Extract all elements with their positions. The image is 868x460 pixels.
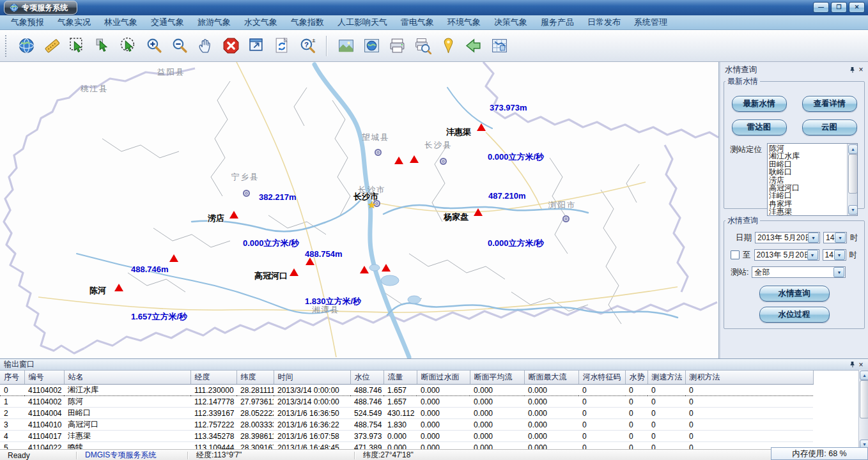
- refresh-icon[interactable]: [273, 37, 291, 55]
- menu-item-0[interactable]: 气象预报: [11, 17, 44, 28]
- water-level-process-button[interactable]: 水位过程: [759, 307, 830, 323]
- table-scrollbar[interactable]: ▲ ▼: [858, 370, 868, 450]
- table-row[interactable]: 441104017沣惠渠113.34527828.3986112013/1/6 …: [0, 431, 813, 442]
- city-marker-icon: [375, 149, 382, 156]
- menu-item-4[interactable]: 旅游气象: [198, 17, 231, 28]
- menu-item-9[interactable]: 环境气象: [447, 17, 481, 28]
- chevron-down-icon[interactable]: ▼: [835, 233, 846, 243]
- station-marker-triangle[interactable]: [477, 123, 486, 131]
- table-cell: 3: [0, 419, 24, 431]
- pin-icon[interactable]: [848, 65, 856, 74]
- scroll-up-icon[interactable]: ▲: [848, 144, 858, 154]
- station-marker-triangle[interactable]: [306, 257, 314, 265]
- overview-map-icon[interactable]: [490, 37, 508, 55]
- menu-item-13[interactable]: 系统管理: [634, 17, 667, 28]
- station-marker-triangle[interactable]: [229, 211, 238, 218]
- list-item[interactable]: 沣惠渠: [769, 208, 846, 215]
- zoom-out-icon[interactable]: [171, 37, 189, 55]
- column-header: 时间: [274, 371, 350, 385]
- table-cell: 1.657: [384, 385, 417, 396]
- view-details-button[interactable]: 查看详情: [802, 96, 857, 112]
- select-box-icon[interactable]: [68, 37, 86, 55]
- menu-item-8[interactable]: 雷电气象: [401, 17, 434, 28]
- print-preview-icon[interactable]: [414, 37, 431, 55]
- print-icon[interactable]: [388, 37, 406, 55]
- scroll-down-icon[interactable]: ▼: [848, 205, 858, 215]
- svg-text:±: ±: [312, 37, 315, 43]
- pan-hand-icon[interactable]: [196, 37, 214, 55]
- hour-select[interactable]: 14▼: [823, 232, 847, 243]
- table-row[interactable]: 041104002湘江水库111.23000028.2811112013/3/1…: [0, 385, 813, 396]
- restore-button[interactable]: ❐: [831, 2, 847, 13]
- cloud-image-button[interactable]: 云图: [802, 119, 857, 135]
- zoom-in-icon[interactable]: [145, 37, 163, 55]
- menu-item-7[interactable]: 人工影响天气: [337, 17, 387, 28]
- chevron-down-icon[interactable]: ▼: [834, 250, 845, 260]
- station-listbox[interactable]: 陈河湘江水库田峪口耿峪口涝店高冠河口沣峪口冉家坪沣惠渠 ▲ ▼: [767, 143, 858, 216]
- scroll-thumb[interactable]: [848, 154, 858, 194]
- listbox-scrollbar[interactable]: ▲ ▼: [847, 144, 857, 215]
- image-icon[interactable]: [337, 37, 355, 55]
- pin-icon[interactable]: [848, 360, 856, 369]
- panel-close-icon[interactable]: ×: [856, 65, 865, 74]
- table-cell: 2013/1/6 16:36:22: [274, 419, 350, 431]
- station-marker-triangle[interactable]: [169, 254, 178, 262]
- column-header: 编号: [24, 371, 64, 385]
- station-marker-triangle[interactable]: [114, 284, 123, 291]
- table-row[interactable]: 341104010高冠河口112.75722228.0033332013/1/6…: [0, 419, 813, 431]
- menu-item-12[interactable]: 日常发布: [587, 17, 621, 28]
- menu-item-3[interactable]: 交通气象: [151, 17, 184, 28]
- chevron-down-icon[interactable]: ▼: [807, 250, 818, 260]
- station-marker-triangle[interactable]: [290, 268, 298, 276]
- select-circle-icon[interactable]: [120, 37, 137, 55]
- date-select[interactable]: 2013年 5月20日▼: [755, 232, 820, 243]
- table-row[interactable]: 241104004田峪口112.33916728.0522222013/1/6 …: [0, 408, 813, 419]
- menu-item-5[interactable]: 水文气象: [244, 17, 277, 28]
- hour2-select[interactable]: 14▼: [823, 249, 846, 261]
- map-canvas[interactable]: 益阳县桃江县宁乡县望城县长沙县长沙市浏阳市湘潭县沣惠渠涝店高冠河口陈河杨家盘长沙…: [0, 62, 719, 358]
- scroll-thumb[interactable]: [860, 380, 868, 418]
- table-row[interactable]: 141104002陈河112.14777827.9736112013/3/14 …: [0, 396, 813, 408]
- menu-item-2[interactable]: 林业气象: [104, 17, 137, 28]
- globe-view-icon[interactable]: [362, 37, 380, 55]
- list-item[interactable]: 耿峪口: [769, 168, 846, 176]
- scroll-up-icon[interactable]: ▲: [860, 371, 868, 380]
- chevron-down-icon[interactable]: ▼: [808, 233, 819, 243]
- menu-item-10[interactable]: 决策气象: [494, 17, 527, 28]
- table-cell: 0: [578, 419, 625, 431]
- latest-water-button[interactable]: 最新水情: [732, 96, 787, 112]
- station-select[interactable]: 全部▼: [752, 266, 846, 278]
- menu-item-6[interactable]: 气象指数: [291, 17, 324, 28]
- station-marker-triangle[interactable]: [360, 266, 369, 273]
- table-cell: 0.000: [417, 396, 470, 408]
- close-button[interactable]: ✕: [849, 2, 865, 13]
- station-marker-triangle[interactable]: [474, 208, 483, 216]
- table-cell: 28.281111: [236, 385, 274, 396]
- table-cell: 0.000: [524, 396, 578, 408]
- measure-icon[interactable]: [43, 37, 61, 55]
- list-item[interactable]: 沣峪口: [769, 192, 846, 199]
- menu-item-11[interactable]: 服务产品: [541, 17, 574, 28]
- back-arrow-icon[interactable]: [465, 37, 483, 55]
- window-resize-icon[interactable]: [247, 37, 265, 55]
- to-date-checkbox[interactable]: [731, 250, 740, 259]
- toolbar-grip[interactable]: [5, 35, 8, 57]
- chevron-down-icon[interactable]: ▼: [833, 267, 844, 277]
- station-marker-triangle[interactable]: [382, 264, 391, 272]
- menu-item-1[interactable]: 气象实况: [58, 17, 91, 28]
- location-pin-icon[interactable]: [439, 37, 457, 55]
- stop-icon[interactable]: [222, 37, 240, 55]
- station-marker-triangle[interactable]: [394, 157, 403, 164]
- identify-icon[interactable]: ?±: [298, 37, 316, 55]
- select-arrow-icon[interactable]: [94, 37, 112, 55]
- radar-chart-button[interactable]: 雷达图: [732, 119, 787, 135]
- table-cell: 0: [625, 385, 647, 396]
- station-marker-triangle[interactable]: [410, 155, 419, 163]
- list-item[interactable]: 湘江水库: [769, 152, 846, 160]
- date2-select[interactable]: 2013年 5月20日▼: [754, 249, 819, 261]
- output-close-icon[interactable]: ×: [856, 360, 865, 369]
- minimize-button[interactable]: —: [813, 2, 829, 13]
- table-cell: 0.000: [470, 385, 524, 396]
- globe-icon[interactable]: [17, 37, 35, 55]
- water-query-button[interactable]: 水情查询: [759, 286, 830, 302]
